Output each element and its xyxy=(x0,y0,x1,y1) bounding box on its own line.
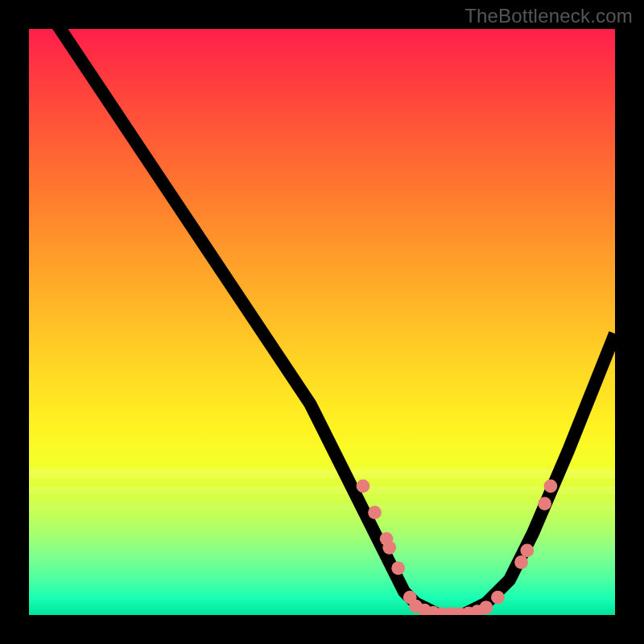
data-point xyxy=(382,541,396,555)
chart-svg xyxy=(29,29,615,615)
watermark-text: TheBottleneck.com xyxy=(464,5,633,27)
data-point xyxy=(514,555,528,569)
plot-area xyxy=(29,29,615,615)
data-point xyxy=(544,479,558,493)
bottleneck-curve xyxy=(29,29,615,615)
chart-container: TheBottleneck.com xyxy=(0,0,644,644)
data-point xyxy=(391,561,405,575)
data-point xyxy=(357,479,370,493)
data-point xyxy=(479,601,493,614)
data-point xyxy=(520,544,534,558)
data-point xyxy=(368,506,382,519)
data-points xyxy=(357,479,558,615)
data-point xyxy=(491,591,505,605)
data-point xyxy=(538,497,551,510)
